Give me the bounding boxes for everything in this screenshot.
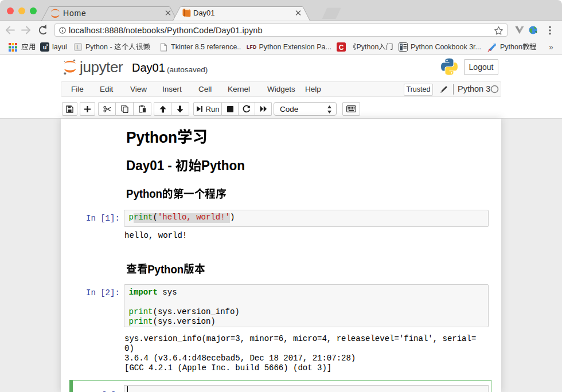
svg-text:u: u: [43, 44, 47, 50]
svg-text:Day01: Day01: [193, 9, 215, 17]
svg-text:C: C: [339, 44, 344, 52]
svg-text:Home: Home: [63, 9, 87, 18]
svg-text:L: L: [76, 44, 80, 50]
